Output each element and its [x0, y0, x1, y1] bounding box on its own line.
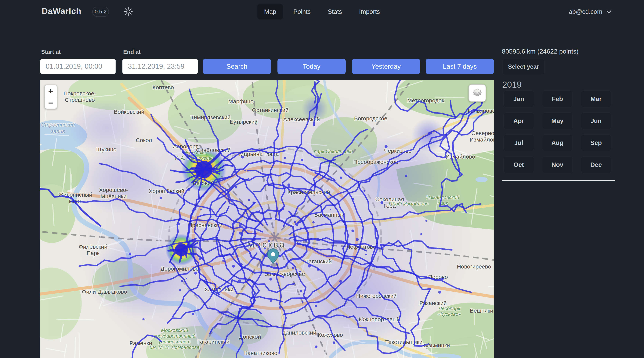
svg-text:парк Сокольники: парк Сокольники: [314, 149, 353, 154]
map-canvas[interactable]: Покровское-СтрешневоКоптевоМарфиноТимиря…: [40, 80, 494, 358]
svg-text:Лесопарк«Кусково»: Лесопарк«Кусково»: [438, 306, 461, 317]
svg-text:Нижегородский: Нижегородский: [356, 293, 397, 299]
svg-text:Марфино: Марфино: [228, 98, 254, 104]
year-heading: 2019: [502, 79, 522, 90]
month-button-mar[interactable]: Mar: [581, 90, 612, 108]
svg-text:Южнопортовый: Южнопортовый: [359, 316, 400, 323]
user-menu[interactable]: ab@cd.com: [569, 0, 612, 23]
sun-icon: [123, 6, 134, 17]
sidebar-divider: [502, 180, 615, 181]
month-button-apr[interactable]: Apr: [503, 112, 534, 129]
search-button[interactable]: Search: [203, 59, 271, 74]
month-button-jun[interactable]: Jun: [581, 112, 612, 129]
zoom-out-button[interactable]: −: [45, 97, 57, 109]
svg-text:Хорошёво-Мнёвники: Хорошёво-Мнёвники: [99, 187, 128, 199]
svg-text:Даниловский: Даниловский: [282, 330, 316, 336]
svg-text:СеверноеИзмайлово: СеверноеИзмайлово: [470, 130, 494, 143]
svg-text:Кузьминки: Кузьминки: [422, 342, 450, 349]
month-button-jan[interactable]: Jan: [503, 90, 534, 108]
map-zoom-control: + −: [44, 85, 57, 109]
month-button-may[interactable]: May: [542, 112, 573, 129]
svg-text:Тимирязевский: Тимирязевский: [190, 114, 230, 121]
layers-icon: [472, 87, 483, 99]
svg-text:Метрогородок: Метрогородок: [407, 97, 444, 104]
chevron-down-icon: [606, 8, 612, 15]
svg-text:Преображенское: Преображенское: [353, 159, 398, 165]
month-button-aug[interactable]: Aug: [542, 134, 573, 151]
svg-text:Сокол: Сокол: [136, 137, 152, 143]
month-button-sep[interactable]: Sep: [581, 134, 612, 151]
month-button-feb[interactable]: Feb: [542, 90, 573, 108]
start-date-input[interactable]: [40, 59, 116, 74]
app-logo: DaWarIch: [42, 6, 81, 16]
month-button-dec[interactable]: Dec: [581, 156, 612, 173]
svg-text:Канатчиково: Канатчиково: [244, 350, 277, 356]
end-at-label: End at: [123, 49, 141, 55]
layers-control[interactable]: [468, 84, 486, 102]
svg-text:Щукино: Щукино: [96, 146, 116, 153]
user-email: ab@cd.com: [569, 8, 602, 15]
svg-text:Покровское-Стрешнево: Покровское-Стрешнево: [64, 90, 96, 103]
yesterday-button[interactable]: Yesterday: [352, 59, 420, 74]
distance-stats: 80595.6 km (24622 points): [502, 48, 578, 55]
svg-text:Фили-Давыдково: Фили-Давыдково: [82, 289, 127, 295]
svg-text:ПКиО Измайлово: ПКиО Измайлово: [389, 201, 428, 207]
tab-map[interactable]: Map: [257, 4, 283, 19]
svg-text:Измайлово: Измайлово: [446, 154, 475, 160]
svg-text:Останкинский: Останкинский: [252, 107, 288, 113]
svg-text:Новогиреево: Новогиреево: [457, 263, 491, 270]
svg-text:Бутырский: Бутырский: [230, 119, 258, 125]
last-7-days-button[interactable]: Last 7 days: [426, 59, 494, 74]
today-button[interactable]: Today: [278, 59, 346, 74]
svg-text:Коптево: Коптево: [152, 84, 174, 90]
theme-toggle[interactable]: [123, 6, 134, 17]
svg-text:Кожухово: Кожухово: [318, 332, 343, 338]
main-nav-tabs: Map Points Stats Imports: [257, 0, 387, 23]
month-button-nov[interactable]: Nov: [542, 156, 573, 173]
zoom-in-button[interactable]: +: [45, 85, 57, 97]
svg-text:Богородское: Богородское: [354, 115, 387, 122]
start-at-label: Start at: [41, 49, 61, 55]
month-button-jul[interactable]: Jul: [503, 134, 534, 151]
version-badge: 0.5.2: [92, 7, 109, 17]
select-year-button[interactable]: Select year: [502, 59, 545, 75]
svg-text:Вешняки: Вешняки: [470, 308, 493, 314]
navbar: DaWarIch 0.5.2 Map Points Stats Imports …: [0, 0, 644, 23]
end-date-input[interactable]: [122, 59, 198, 74]
svg-text:Войковский: Войковский: [114, 109, 144, 115]
month-grid: Jan Feb Mar Apr May Jun Jul Aug Sep Oct …: [503, 90, 612, 173]
tab-points[interactable]: Points: [286, 4, 318, 19]
tab-imports[interactable]: Imports: [352, 4, 387, 19]
month-button-oct[interactable]: Oct: [503, 156, 534, 173]
tab-stats[interactable]: Stats: [321, 4, 349, 19]
